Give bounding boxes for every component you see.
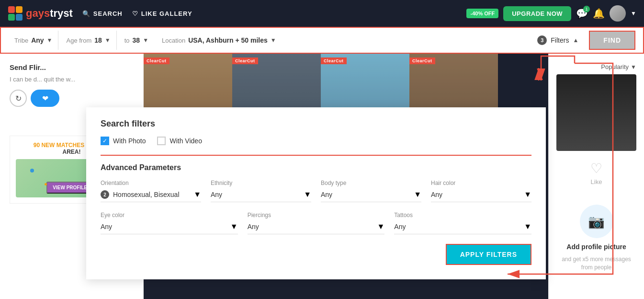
avatar[interactable] xyxy=(610,5,626,22)
add-photo-section: 📷 Add profile picture and get x5 more me… xyxy=(556,205,636,272)
filter-row-1: Orientation 2 Homosexual, Bisexual ▼ Eth… xyxy=(101,180,531,202)
action-icons: ↻ ❤ xyxy=(10,90,134,107)
body-type-value: Any xyxy=(321,191,332,198)
off-badge: -40% OFF xyxy=(466,9,498,18)
bell-icon: 🔔 xyxy=(593,8,605,19)
message-badge: 1 xyxy=(583,6,590,12)
featured-photo[interactable] xyxy=(556,74,636,151)
logo[interactable]: gaystryst xyxy=(8,6,73,21)
filter-row-2: Eye color Any ▼ Piercings Any ▼ Tattoos xyxy=(101,212,531,234)
tattoos-chevron: ▼ xyxy=(524,222,531,231)
with-photo-checkbox[interactable]: ✓ With Photo xyxy=(101,137,146,145)
filters-label: Filters xyxy=(551,36,569,44)
with-video-checkbox[interactable]: With Video xyxy=(157,137,202,145)
tribe-label: Tribe xyxy=(14,37,28,44)
upgrade-button[interactable]: UPGRADE NOW xyxy=(503,6,571,21)
piercings-chevron: ▼ xyxy=(377,222,384,231)
main-content: Send Flir... I can be d... quit the w...… xyxy=(0,54,644,299)
logo-icon xyxy=(8,6,23,21)
svg-rect-1 xyxy=(16,6,23,13)
svg-rect-0 xyxy=(8,6,15,13)
age-to-chevron: ▼ xyxy=(143,37,148,44)
heart-icon: ♡ xyxy=(132,10,138,17)
right-panel: Popularity ▼ ♡ Like 📷 Add profile pictur… xyxy=(548,54,644,299)
messages-icon-wrapper[interactable]: 💬 1 xyxy=(576,8,588,19)
avatar-chevron[interactable]: ▼ xyxy=(631,10,636,17)
location-chevron: ▼ xyxy=(271,37,276,44)
advanced-section: Advanced Parameters Orientation 2 Homose… xyxy=(101,155,531,265)
with-photo-label: With Photo xyxy=(113,137,146,145)
checkmark-icon: ✓ xyxy=(102,138,107,144)
header-right: -40% OFF UPGRADE NOW 💬 1 🔔 ▼ xyxy=(466,5,636,22)
with-video-label: With Video xyxy=(169,137,202,145)
apply-filters-button[interactable]: APPLY FILTERS xyxy=(446,244,531,265)
with-video-box[interactable] xyxy=(157,137,166,145)
add-photo-text: and get x5 more messages from people xyxy=(556,255,636,272)
orientation-badge: 2 xyxy=(101,190,109,199)
orientation-label: Orientation xyxy=(101,180,201,186)
nav-search[interactable]: 🔍 SEARCH xyxy=(82,10,123,17)
age-to-value: 38 xyxy=(133,36,140,44)
like-button[interactable]: ♡ Like xyxy=(590,161,602,185)
nav-like-gallery[interactable]: ♡ LIKE GALLERY xyxy=(132,10,192,17)
apply-btn-row: APPLY FILTERS xyxy=(101,244,531,265)
add-photo-title: Add profile picture xyxy=(566,243,626,251)
location-label: Location xyxy=(162,37,185,44)
filters-button[interactable]: 3 Filters ▲ xyxy=(531,35,585,45)
hair-color-label: Hair color xyxy=(431,180,531,186)
piercings-filter-col: Piercings Any ▼ xyxy=(248,212,385,234)
eye-color-label: Eye color xyxy=(101,212,238,218)
age-from-value: 18 xyxy=(94,36,102,44)
piercings-value: Any xyxy=(248,223,259,230)
matches-area: AREA! xyxy=(63,149,81,155)
ethnicity-select[interactable]: Any ▼ xyxy=(211,190,311,202)
eye-color-value: Any xyxy=(101,223,112,230)
clearcut-badge: ClearCut xyxy=(232,58,258,64)
orientation-chevron: ▼ xyxy=(193,190,201,199)
filter-dropdown: Search filters ✓ With Photo With Video A… xyxy=(86,107,546,279)
age-from-filter[interactable]: Age from 18 ▼ xyxy=(60,31,116,50)
filters-count: 3 xyxy=(537,35,547,45)
notifications-icon-wrapper[interactable]: 🔔 xyxy=(593,8,605,19)
header: gaystryst 🔍 SEARCH ♡ LIKE GALLERY -40% O… xyxy=(0,0,644,27)
refresh-button[interactable]: ↻ xyxy=(10,90,27,107)
hair-color-filter-col: Hair color Any ▼ xyxy=(431,180,531,202)
filters-chevron-up: ▲ xyxy=(573,37,578,44)
advanced-title: Advanced Parameters xyxy=(101,163,531,172)
tattoos-label: Tattoos xyxy=(394,212,531,218)
tribe-chevron: ▼ xyxy=(47,37,53,44)
piercings-select[interactable]: Any ▼ xyxy=(248,222,385,234)
ethnicity-chevron: ▼ xyxy=(304,190,311,199)
orientation-filter-col: Orientation 2 Homosexual, Bisexual ▼ xyxy=(101,180,201,202)
find-button[interactable]: FIND xyxy=(589,31,635,50)
popularity-chevron: ▼ xyxy=(631,64,636,70)
ethnicity-value: Any xyxy=(211,191,222,198)
age-from-label: Age from xyxy=(66,37,91,44)
camera-icon[interactable]: 📷 xyxy=(580,205,613,238)
eye-color-chevron: ▼ xyxy=(230,222,238,231)
age-to-label: to xyxy=(124,37,130,44)
location-filter[interactable]: Location USA, Ashburn + 50 miles ▼ xyxy=(156,31,529,50)
filter-panel-title: Search filters xyxy=(101,119,531,129)
body-type-chevron: ▼ xyxy=(414,190,421,199)
clearcut-badge: ClearCut xyxy=(409,58,435,64)
send-flirt-text: I can be d... quit the w... xyxy=(10,75,134,84)
tribe-filter[interactable]: Tribe Any ▼ xyxy=(9,31,58,50)
body-type-select[interactable]: Any ▼ xyxy=(321,190,421,202)
eye-color-select[interactable]: Any ▼ xyxy=(101,222,238,234)
search-icon: 🔍 xyxy=(82,10,90,17)
orientation-select[interactable]: 2 Homosexual, Bisexual ▼ xyxy=(101,190,201,202)
favorite-button[interactable]: ❤ xyxy=(31,90,59,107)
body-type-label: Body type xyxy=(321,180,421,186)
hair-color-select[interactable]: Any ▼ xyxy=(431,190,531,202)
age-to-filter[interactable]: to 38 ▼ xyxy=(119,31,154,50)
popularity-label: Popularity xyxy=(601,63,629,70)
tattoos-value: Any xyxy=(394,223,406,230)
tribe-value: Any xyxy=(31,36,44,44)
clearcut-badge: ClearCut xyxy=(144,58,169,64)
svg-rect-2 xyxy=(8,14,15,21)
eye-color-filter-col: Eye color Any ▼ xyxy=(101,212,238,234)
age-from-chevron: ▼ xyxy=(105,37,111,44)
with-photo-box[interactable]: ✓ xyxy=(101,137,109,145)
tattoos-select[interactable]: Any ▼ xyxy=(394,222,531,234)
